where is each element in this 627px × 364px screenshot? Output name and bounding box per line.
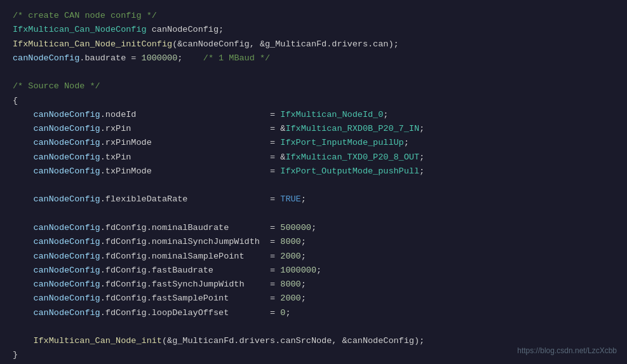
watermark: https://blog.csdn.net/LzcXcbb [517, 345, 617, 358]
code-line-6: /* Source Node */ [13, 79, 614, 93]
code-block: /* create CAN node config */ IfxMultican… [0, 0, 627, 364]
code-line-20: canNodeConfig.fdConfig.fastSynchJumpWidt… [13, 278, 614, 292]
code-line-16: canNodeConfig.fdConfig.nominalBaudrate =… [13, 221, 614, 235]
code-line-5 [13, 65, 614, 79]
code-line-21: canNodeConfig.fdConfig.fastSamplePoint =… [13, 292, 614, 306]
code-line-10: canNodeConfig.rxPinMode = IfxPort_InputM… [13, 136, 614, 150]
code-line-4: canNodeConfig.baudrate = 1000000; /* 1 M… [13, 51, 614, 65]
code-line-22: canNodeConfig.fdConfig.loopDelayOffset =… [13, 306, 614, 320]
code-line-7: { [13, 94, 614, 108]
code-line-9: canNodeConfig.rxPin = &IfxMultican_RXD0B… [13, 122, 614, 136]
code-line-17: canNodeConfig.fdConfig.nominalSynchJumpW… [13, 235, 614, 249]
code-line-23 [13, 320, 614, 334]
code-line-1: /* create CAN node config */ [13, 9, 614, 23]
code-line-15 [13, 207, 614, 221]
code-line-12: canNodeConfig.txPinMode = IfxPort_Output… [13, 165, 614, 179]
code-line-19: canNodeConfig.fdConfig.fastBaudrate = 10… [13, 264, 614, 278]
code-line-13 [13, 179, 614, 192]
code-line-8: canNodeConfig.nodeId = IfxMultican_NodeI… [13, 108, 614, 122]
code-line-14: canNodeConfig.flexibleDataRate = TRUE; [13, 192, 614, 206]
code-line-3: IfxMultican_Can_Node_initConfig(&canNode… [13, 37, 614, 51]
code-line-2: IfxMultican_Can_NodeConfig canNodeConfig… [13, 23, 614, 37]
code-line-18: canNodeConfig.fdConfig.nominalSamplePoin… [13, 250, 614, 264]
code-line-11: canNodeConfig.txPin = &IfxMultican_TXD0_… [13, 151, 614, 165]
